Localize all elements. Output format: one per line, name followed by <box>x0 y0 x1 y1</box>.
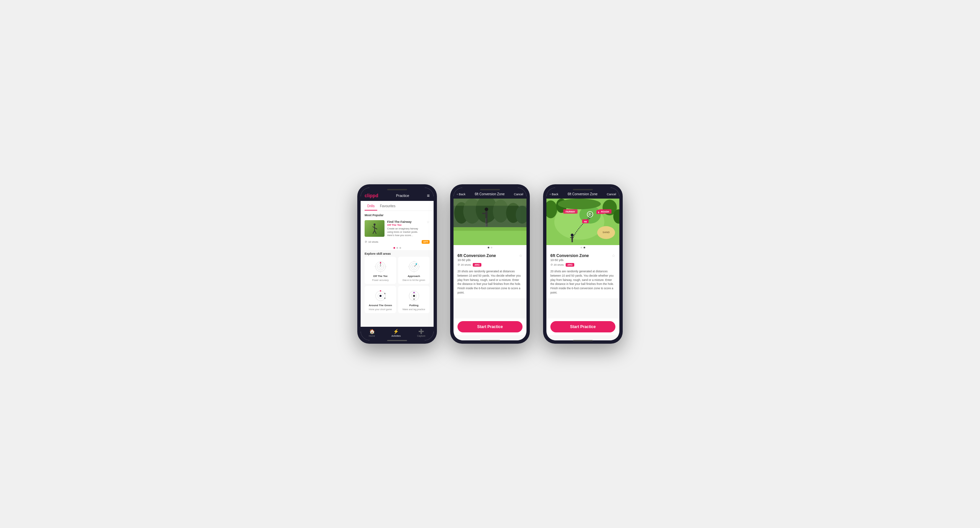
svg-rect-48 <box>482 213 487 214</box>
phones-container: clippd Practice ≡ Drills Favourites Most… <box>357 184 623 344</box>
dot-2[interactable] <box>396 247 398 249</box>
back-label: Back <box>552 193 558 196</box>
golf-photo-svg <box>453 199 527 245</box>
phone-3-screen: ‹ Back 6ft Conversion Zone Cancel <box>546 188 619 340</box>
nav-home[interactable]: 🏠 Home <box>369 329 375 337</box>
img-dot-1[interactable] <box>488 247 489 249</box>
arg-badge: ARG <box>473 263 481 266</box>
favourite-star[interactable]: ☆ <box>612 254 616 258</box>
cancel-button[interactable]: Cancel <box>514 193 523 196</box>
svg-point-26 <box>380 295 382 297</box>
approach-icon <box>406 260 422 273</box>
img-dot-2[interactable] <box>584 247 585 249</box>
tab-favourites[interactable]: Favourites <box>377 203 398 211</box>
phone1-header: clippd Practice ≡ <box>361 188 434 201</box>
shots-count: ⏱ 20 shots <box>458 263 471 266</box>
drill-title-group: 6ft Conversion Zone 10-50 yds <box>550 254 589 262</box>
skill-grid: Off The Tee Power accuracy <box>361 257 434 316</box>
drill-meta: ⏱ 20 shots ARG <box>550 263 616 266</box>
back-button[interactable]: ‹ Back <box>457 193 465 196</box>
svg-rect-50 <box>486 218 487 223</box>
start-practice-button[interactable]: Start Practice <box>458 321 522 332</box>
capture-icon: ➕ <box>418 329 424 334</box>
svg-point-27 <box>380 290 381 292</box>
content-spacer <box>546 298 619 319</box>
bottom-spacer <box>546 335 619 340</box>
svg-point-29 <box>384 298 385 299</box>
most-popular-title: Most Popular <box>361 211 434 218</box>
nav-capture[interactable]: ➕ Capture <box>417 329 425 337</box>
svg-rect-45 <box>453 231 527 245</box>
home-label: Home <box>369 335 375 337</box>
favourite-star[interactable]: ☆ <box>519 254 522 258</box>
phone3-header: ‹ Back 6ft Conversion Zone Cancel <box>546 188 619 199</box>
svg-text:SAND: SAND <box>603 231 610 234</box>
approach-name: Approach <box>408 274 420 278</box>
svg-text:ROUGH: ROUGH <box>601 211 609 213</box>
drill-description: Create an imaginary fairway using trees … <box>387 227 424 237</box>
svg-rect-76 <box>572 240 573 242</box>
phone-1-screen: clippd Practice ≡ Drills Favourites Most… <box>361 188 434 340</box>
cancel-button[interactable]: Cancel <box>607 193 616 196</box>
svg-line-4 <box>373 230 375 234</box>
svg-point-34 <box>414 292 415 293</box>
back-label: Back <box>459 193 465 196</box>
phone-2: ‹ Back 6ft Conversion Zone Cancel <box>450 184 530 344</box>
skill-card-approach[interactable]: Approach Dial-in to hit the green <box>398 257 430 284</box>
capture-label: Capture <box>417 335 425 337</box>
home-icon: 🏠 <box>369 329 375 334</box>
svg-point-0 <box>374 223 375 225</box>
phone2-header: ‹ Back 6ft Conversion Zone Cancel <box>453 188 527 199</box>
img-dot-1[interactable] <box>581 247 582 249</box>
drill-description: 20 shots are randomly generated at dista… <box>458 269 522 295</box>
svg-point-46 <box>485 207 488 211</box>
drill-range: 10-50 yds <box>550 258 589 262</box>
drill-thumbnail <box>364 220 385 237</box>
svg-rect-51 <box>485 223 486 227</box>
dot-3[interactable] <box>399 247 401 249</box>
drill-header: 6ft Conversion Zone 10-50 yds ☆ <box>550 254 616 262</box>
clock-icon: ⏱ <box>458 263 460 266</box>
skill-card-arg[interactable]: Around The Green Hone your short game <box>364 286 396 313</box>
menu-icon[interactable]: ≡ <box>427 193 430 198</box>
drill-detail: 6ft Conversion Zone 10-50 yds ☆ ⏱ 20 sho… <box>546 250 619 298</box>
putting-icon <box>406 289 422 303</box>
image-dots <box>453 245 527 250</box>
nav-activities[interactable]: ⚡ Activities <box>391 329 401 337</box>
phone-2-screen: ‹ Back 6ft Conversion Zone Cancel <box>453 188 527 340</box>
favourite-star[interactable]: ☆ <box>426 220 430 224</box>
svg-point-33 <box>413 295 415 297</box>
start-practice-button[interactable]: Start Practice <box>550 321 616 332</box>
svg-rect-47 <box>485 211 487 219</box>
drill-detail: 6ft Conversion Zone 10-50 yds ☆ ⏱ 20 sho… <box>453 250 527 298</box>
shots-count: ⏱ 10 shots <box>364 241 378 243</box>
back-button[interactable]: ‹ Back <box>550 193 558 196</box>
arg-desc: Hone your short game <box>369 308 392 311</box>
skill-card-putting[interactable]: Putting Make and lag practice <box>398 286 430 313</box>
header-title: 6ft Conversion Zone <box>475 192 504 196</box>
svg-rect-73 <box>572 236 573 240</box>
ott-desc: Power accuracy <box>372 279 389 281</box>
dot-1[interactable] <box>393 247 395 249</box>
svg-line-5 <box>375 230 376 234</box>
img-dot-2[interactable] <box>491 247 492 249</box>
svg-rect-52 <box>486 223 487 227</box>
skill-card-ott[interactable]: Off The Tee Power accuracy <box>364 257 396 284</box>
approach-desc: Dial-in to hit the green <box>402 279 425 281</box>
svg-rect-49 <box>485 218 486 223</box>
tabs-bar: Drills Favourites <box>361 201 434 211</box>
svg-point-72 <box>571 234 574 237</box>
svg-rect-43 <box>453 199 527 206</box>
svg-point-79 <box>590 214 590 215</box>
tab-drills[interactable]: Drills <box>364 203 377 211</box>
carousel-dots <box>361 246 434 250</box>
featured-drill-card[interactable]: Find The Fairway Off The Tee Create an i… <box>361 218 434 239</box>
svg-rect-75 <box>572 240 572 242</box>
svg-line-2 <box>375 228 377 229</box>
back-icon: ‹ <box>550 193 551 196</box>
activities-label: Activities <box>391 335 401 337</box>
svg-point-28 <box>384 293 385 294</box>
putting-name: Putting <box>409 304 419 307</box>
svg-point-22 <box>416 263 417 265</box>
arg-badge: ARG <box>566 263 574 266</box>
